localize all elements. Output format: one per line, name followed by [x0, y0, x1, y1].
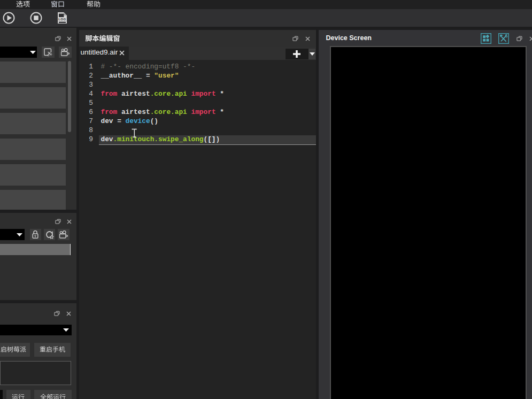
svg-text:LOG: LOG — [58, 17, 66, 21]
